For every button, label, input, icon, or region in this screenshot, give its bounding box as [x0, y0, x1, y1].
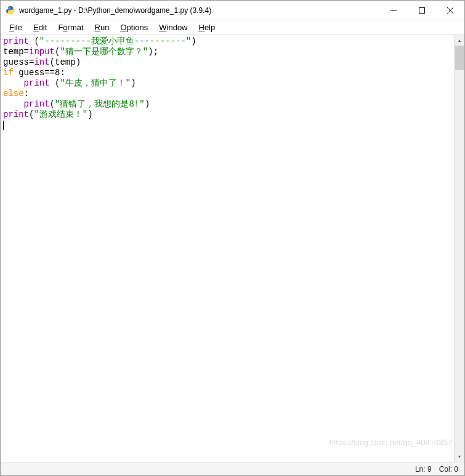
vertical-scrollbar[interactable]: ▴ ▾	[454, 35, 464, 462]
code-token: "游戏结束！"	[34, 110, 87, 119]
code-token: if	[3, 68, 14, 78]
code-token: print	[3, 110, 29, 119]
code-token	[3, 99, 24, 109]
code-token: guess=	[3, 57, 34, 67]
title-bar: wordgame_1.py - D:\Python_demo\wordgame_…	[1, 1, 464, 20]
code-token: )	[145, 99, 150, 109]
code-editor[interactable]: print ("---------我爱小甲鱼----------") temp=…	[1, 35, 454, 462]
code-token: guess==8:	[14, 68, 65, 78]
code-token: int	[34, 57, 49, 67]
minimize-button[interactable]	[379, 1, 408, 20]
code-token: );	[148, 47, 158, 57]
code-token: temp=	[3, 47, 29, 57]
code-token: print	[24, 78, 50, 88]
window-controls	[379, 1, 464, 20]
code-token: (	[50, 57, 55, 67]
code-token: "猜一下是哪个数字？"	[60, 47, 148, 57]
code-token	[3, 78, 24, 88]
menu-run[interactable]: Run	[90, 22, 115, 33]
menu-edit[interactable]: Edit	[28, 22, 52, 33]
code-token: "---------我爱小甲鱼----------"	[39, 36, 191, 46]
status-bar: Ln: 9 Col: 0	[1, 462, 464, 475]
code-token: print	[24, 99, 50, 109]
maximize-button[interactable]	[408, 1, 436, 20]
menu-help[interactable]: Help	[194, 22, 220, 33]
status-line: Ln: 9	[415, 465, 432, 474]
menu-file[interactable]: File	[4, 22, 27, 33]
editor-area: print ("---------我爱小甲鱼----------") temp=…	[1, 35, 464, 462]
scroll-thumb[interactable]	[455, 46, 464, 70]
code-token: :	[24, 89, 29, 99]
menu-options[interactable]: Options	[115, 22, 153, 33]
status-column: Col: 0	[439, 465, 458, 474]
code-token: (	[50, 78, 60, 88]
svg-point-1	[12, 13, 12, 14]
menu-window[interactable]: Window	[154, 22, 192, 33]
code-token: "猜错了，我想的是8!"	[55, 99, 145, 109]
menu-format[interactable]: Format	[53, 22, 88, 33]
code-token: (	[50, 99, 55, 109]
code-token: print	[3, 36, 29, 46]
python-icon	[6, 6, 15, 15]
text-cursor	[3, 121, 4, 130]
window-title: wordgame_1.py - D:\Python_demo\wordgame_…	[19, 6, 379, 15]
scroll-up-arrow-icon[interactable]: ▴	[455, 35, 464, 46]
code-token: else	[3, 89, 24, 99]
code-token: )	[191, 36, 196, 46]
code-token: )	[87, 110, 92, 119]
code-token: "牛皮，猜中了！"	[60, 78, 131, 88]
svg-rect-3	[419, 7, 425, 13]
code-token: temp	[55, 57, 76, 67]
close-button[interactable]	[436, 1, 464, 20]
code-token: input	[29, 47, 55, 57]
menu-bar: File Edit Format Run Options Window Help	[1, 20, 464, 35]
code-token: )	[76, 57, 81, 67]
code-token: (	[29, 36, 39, 46]
svg-point-0	[9, 7, 9, 7]
scroll-down-arrow-icon[interactable]: ▾	[455, 451, 464, 462]
code-token: )	[131, 78, 135, 88]
